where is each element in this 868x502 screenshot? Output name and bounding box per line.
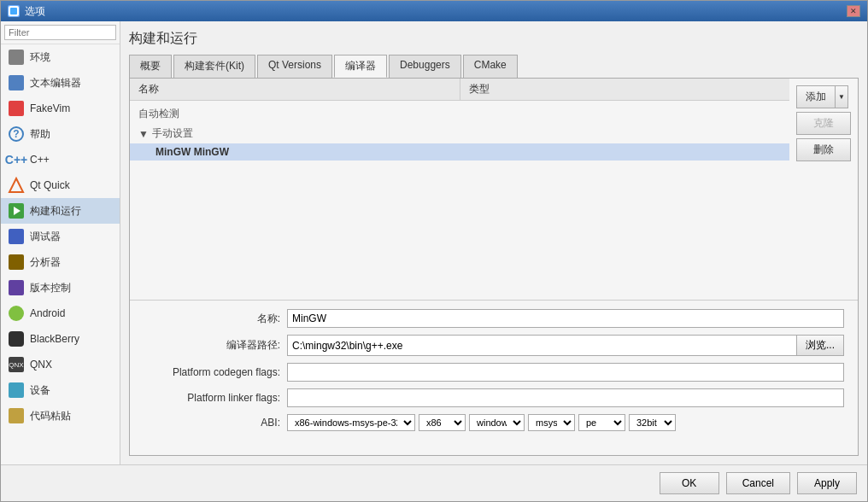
fakevim-icon xyxy=(8,100,25,117)
sidebar-item-build-run-label: 构建和运行 xyxy=(30,204,81,219)
tab-overview[interactable]: 概要 xyxy=(129,55,172,78)
sidebar-item-fakevim-label: FakeVim xyxy=(30,102,70,114)
sidebar-item-version-label: 版本控制 xyxy=(30,281,71,295)
abi-arch-select[interactable]: x86-windows-msys-pe-32bit x86 x86_64 arm xyxy=(287,414,415,431)
apply-button[interactable]: Apply xyxy=(797,472,857,494)
page-title: 构建和运行 xyxy=(129,30,859,48)
text-editor-icon xyxy=(8,74,25,91)
title-bar: 选项 ✕ xyxy=(1,1,867,21)
ok-button[interactable]: OK xyxy=(660,472,719,494)
tree-item-mingw[interactable]: MinGW MinGW xyxy=(130,143,789,161)
app-icon xyxy=(8,5,20,17)
sidebar-item-qnx-label: QNX xyxy=(30,359,52,371)
abi-sub5-select[interactable]: 32bit 64bit xyxy=(629,414,676,431)
auto-detect-group: 自动检测 xyxy=(130,104,789,124)
sidebar-item-device-label: 设备 xyxy=(30,383,50,398)
add-button-group: 添加 ▼ xyxy=(796,85,851,108)
sidebar-item-android[interactable]: Android xyxy=(1,301,120,326)
sidebar-item-analyze[interactable]: 分析器 xyxy=(1,249,120,275)
compiler-list-area: 名称 类型 自动检测 ▼ 手动设置 xyxy=(130,79,858,301)
path-input[interactable] xyxy=(287,335,796,356)
col-name: 名称 xyxy=(130,79,460,100)
cpp-icon: C++ xyxy=(8,151,25,168)
tabs: 概要 构建套件(Kit) Qt Versions 编译器 Debuggers C… xyxy=(129,55,859,79)
device-icon xyxy=(8,382,25,399)
sidebar-item-build-run[interactable]: 构建和运行 xyxy=(1,198,120,224)
sidebar-item-text-editor-label: 文本编辑器 xyxy=(30,76,81,90)
sidebar-item-debug-label: 调试器 xyxy=(30,230,61,244)
svg-rect-1 xyxy=(10,8,17,15)
codegen-input[interactable] xyxy=(287,363,844,382)
abi-sub3-select[interactable]: msys msvc mingw xyxy=(528,414,575,431)
sidebar-item-debug[interactable]: 调试器 xyxy=(1,224,120,249)
tab-cmake[interactable]: CMake xyxy=(463,55,518,78)
codegen-row: Platform codegen flags: xyxy=(144,363,844,382)
window: 选项 ✕ 环境 文本编辑器 FakeVi xyxy=(0,0,868,502)
compiler-table: 名称 类型 自动检测 ▼ 手动设置 xyxy=(130,79,789,300)
manual-group: ▼ 手动设置 MinGW MinGW xyxy=(130,124,789,161)
filter-input[interactable] xyxy=(4,25,116,40)
sidebar-item-version[interactable]: 版本控制 xyxy=(1,275,120,301)
name-input[interactable] xyxy=(287,309,844,328)
sidebar-item-blackberry[interactable]: BlackBerry xyxy=(1,326,120,352)
sidebar: 环境 文本编辑器 FakeVim ? 帮助 C++ C++ xyxy=(1,21,120,464)
content: 环境 文本编辑器 FakeVim ? 帮助 C++ C++ xyxy=(1,21,867,464)
abi-selects: x86-windows-msys-pe-32bit x86 x86_64 arm… xyxy=(287,414,676,431)
tab-debuggers[interactable]: Debuggers xyxy=(389,55,461,78)
sidebar-item-qtquick[interactable]: Qt Quick xyxy=(1,172,120,198)
sidebar-item-analyze-label: 分析器 xyxy=(30,255,61,270)
abi-sub1-select[interactable]: x86 arm mips xyxy=(419,414,466,431)
tab-compilers[interactable]: 编译器 xyxy=(334,55,387,78)
abi-label: ABI: xyxy=(144,417,280,429)
clone-button[interactable]: 克隆 xyxy=(796,112,851,135)
debug-icon xyxy=(8,228,25,245)
filter-box xyxy=(1,21,120,44)
help-icon: ? xyxy=(8,125,25,143)
sidebar-item-codepaste[interactable]: 代码粘贴 xyxy=(1,403,120,429)
sidebar-item-fakevim[interactable]: FakeVim xyxy=(1,96,120,121)
browse-button[interactable]: 浏览... xyxy=(796,335,844,356)
add-button[interactable]: 添加 xyxy=(796,85,836,108)
tab-qt-versions[interactable]: Qt Versions xyxy=(257,55,332,78)
abi-row: ABI: x86-windows-msys-pe-32bit x86 x86_6… xyxy=(144,414,844,431)
manual-label: ▼ 手动设置 xyxy=(130,124,789,143)
env-icon xyxy=(8,49,25,66)
add-dropdown-button[interactable]: ▼ xyxy=(836,85,848,108)
delete-button[interactable]: 删除 xyxy=(796,138,851,161)
sidebar-item-qnx[interactable]: QNX QNX xyxy=(1,352,120,377)
sidebar-item-android-label: Android xyxy=(30,307,65,319)
linker-label: Platform linker flags: xyxy=(144,392,280,404)
codegen-label: Platform codegen flags: xyxy=(144,366,280,378)
android-icon xyxy=(8,305,25,322)
codepaste-icon xyxy=(8,407,25,424)
sidebar-item-env-label: 环境 xyxy=(30,50,50,65)
sidebar-item-cpp-label: C++ xyxy=(30,154,50,166)
linker-input[interactable] xyxy=(287,388,844,407)
name-row: 名称: xyxy=(144,309,844,328)
sidebar-item-device[interactable]: 设备 xyxy=(1,377,120,403)
analyze-icon xyxy=(8,254,25,271)
details-area: 名称: 编译器路径: 浏览... Platform codegen flags: xyxy=(130,301,858,455)
build-run-icon xyxy=(8,202,25,219)
sidebar-item-env[interactable]: 环境 xyxy=(1,44,120,70)
sidebar-item-help-label: 帮助 xyxy=(30,127,50,142)
qtquick-icon xyxy=(8,177,25,194)
abi-sub4-select[interactable]: pe elf mach xyxy=(578,414,625,431)
tab-build-kit[interactable]: 构建套件(Kit) xyxy=(173,55,255,78)
title-bar-controls: ✕ xyxy=(847,5,860,17)
auto-detect-label: 自动检测 xyxy=(130,104,789,124)
sidebar-scroll[interactable]: 环境 文本编辑器 FakeVim ? 帮助 C++ C++ xyxy=(1,44,120,464)
cancel-button[interactable]: Cancel xyxy=(726,472,790,494)
sidebar-item-help[interactable]: ? 帮助 xyxy=(1,121,120,147)
main-panel: 构建和运行 概要 构建套件(Kit) Qt Versions 编译器 Debug… xyxy=(120,21,867,464)
path-input-group: 浏览... xyxy=(287,335,844,356)
blackberry-icon xyxy=(8,330,25,347)
compiler-table-header: 名称 类型 xyxy=(130,79,789,101)
sidebar-item-text-editor[interactable]: 文本编辑器 xyxy=(1,70,120,96)
version-icon xyxy=(8,279,25,296)
abi-sub2-select[interactable]: windows linux macos xyxy=(469,414,525,431)
compiler-tree: 自动检测 ▼ 手动设置 MinGW MinGW xyxy=(130,101,789,164)
close-button[interactable]: ✕ xyxy=(847,5,860,17)
col-type: 类型 xyxy=(460,79,790,100)
sidebar-item-cpp[interactable]: C++ C++ xyxy=(1,147,120,172)
